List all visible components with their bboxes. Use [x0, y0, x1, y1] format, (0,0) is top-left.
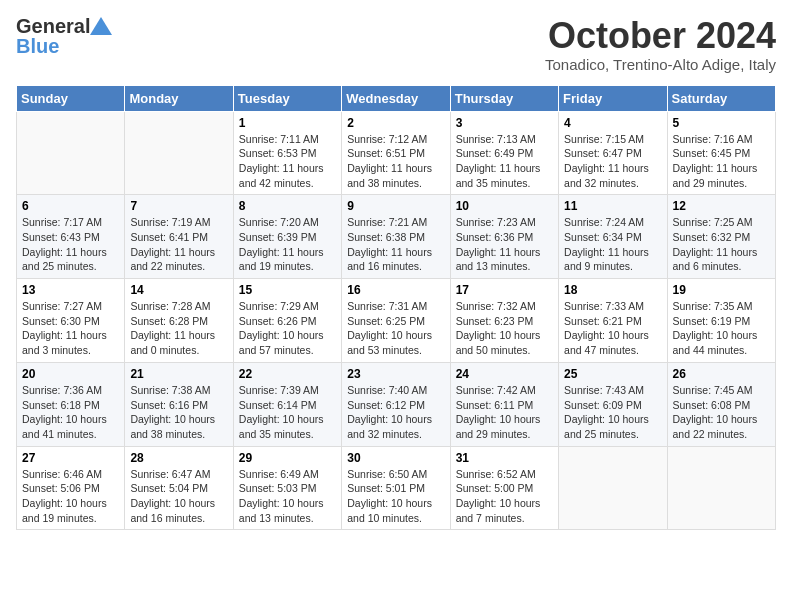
- calendar-week-row: 1Sunrise: 7:11 AM Sunset: 6:53 PM Daylig…: [17, 111, 776, 195]
- day-number: 11: [564, 199, 661, 213]
- day-info: Sunrise: 7:15 AM Sunset: 6:47 PM Dayligh…: [564, 132, 661, 191]
- calendar-cell: 3Sunrise: 7:13 AM Sunset: 6:49 PM Daylig…: [450, 111, 558, 195]
- day-header-monday: Monday: [125, 85, 233, 111]
- day-header-wednesday: Wednesday: [342, 85, 450, 111]
- day-info: Sunrise: 7:16 AM Sunset: 6:45 PM Dayligh…: [673, 132, 770, 191]
- day-number: 22: [239, 367, 336, 381]
- calendar-week-row: 20Sunrise: 7:36 AM Sunset: 6:18 PM Dayli…: [17, 362, 776, 446]
- day-number: 8: [239, 199, 336, 213]
- day-info: Sunrise: 7:20 AM Sunset: 6:39 PM Dayligh…: [239, 215, 336, 274]
- location-subtitle: Tonadico, Trentino-Alto Adige, Italy: [545, 56, 776, 73]
- calendar-header-row: SundayMondayTuesdayWednesdayThursdayFrid…: [17, 85, 776, 111]
- day-number: 17: [456, 283, 553, 297]
- day-info: Sunrise: 6:46 AM Sunset: 5:06 PM Dayligh…: [22, 467, 119, 526]
- day-info: Sunrise: 7:32 AM Sunset: 6:23 PM Dayligh…: [456, 299, 553, 358]
- day-info: Sunrise: 6:52 AM Sunset: 5:00 PM Dayligh…: [456, 467, 553, 526]
- day-number: 13: [22, 283, 119, 297]
- calendar-week-row: 27Sunrise: 6:46 AM Sunset: 5:06 PM Dayli…: [17, 446, 776, 530]
- day-info: Sunrise: 6:47 AM Sunset: 5:04 PM Dayligh…: [130, 467, 227, 526]
- calendar-cell: 7Sunrise: 7:19 AM Sunset: 6:41 PM Daylig…: [125, 195, 233, 279]
- calendar-cell: 2Sunrise: 7:12 AM Sunset: 6:51 PM Daylig…: [342, 111, 450, 195]
- calendar-cell: 26Sunrise: 7:45 AM Sunset: 6:08 PM Dayli…: [667, 362, 775, 446]
- day-number: 18: [564, 283, 661, 297]
- day-info: Sunrise: 6:49 AM Sunset: 5:03 PM Dayligh…: [239, 467, 336, 526]
- day-header-sunday: Sunday: [17, 85, 125, 111]
- day-number: 5: [673, 116, 770, 130]
- day-info: Sunrise: 7:11 AM Sunset: 6:53 PM Dayligh…: [239, 132, 336, 191]
- calendar-cell: 28Sunrise: 6:47 AM Sunset: 5:04 PM Dayli…: [125, 446, 233, 530]
- day-number: 9: [347, 199, 444, 213]
- day-info: Sunrise: 7:12 AM Sunset: 6:51 PM Dayligh…: [347, 132, 444, 191]
- calendar-cell: 15Sunrise: 7:29 AM Sunset: 6:26 PM Dayli…: [233, 279, 341, 363]
- day-number: 6: [22, 199, 119, 213]
- calendar-cell: 30Sunrise: 6:50 AM Sunset: 5:01 PM Dayli…: [342, 446, 450, 530]
- calendar-cell: 1Sunrise: 7:11 AM Sunset: 6:53 PM Daylig…: [233, 111, 341, 195]
- day-info: Sunrise: 7:21 AM Sunset: 6:38 PM Dayligh…: [347, 215, 444, 274]
- calendar-table: SundayMondayTuesdayWednesdayThursdayFrid…: [16, 85, 776, 531]
- calendar-cell: 20Sunrise: 7:36 AM Sunset: 6:18 PM Dayli…: [17, 362, 125, 446]
- day-info: Sunrise: 7:36 AM Sunset: 6:18 PM Dayligh…: [22, 383, 119, 442]
- day-info: Sunrise: 7:25 AM Sunset: 6:32 PM Dayligh…: [673, 215, 770, 274]
- calendar-cell: 11Sunrise: 7:24 AM Sunset: 6:34 PM Dayli…: [559, 195, 667, 279]
- calendar-week-row: 6Sunrise: 7:17 AM Sunset: 6:43 PM Daylig…: [17, 195, 776, 279]
- calendar-cell: 29Sunrise: 6:49 AM Sunset: 5:03 PM Dayli…: [233, 446, 341, 530]
- day-info: Sunrise: 7:43 AM Sunset: 6:09 PM Dayligh…: [564, 383, 661, 442]
- calendar-cell: 23Sunrise: 7:40 AM Sunset: 6:12 PM Dayli…: [342, 362, 450, 446]
- calendar-week-row: 13Sunrise: 7:27 AM Sunset: 6:30 PM Dayli…: [17, 279, 776, 363]
- calendar-cell: 17Sunrise: 7:32 AM Sunset: 6:23 PM Dayli…: [450, 279, 558, 363]
- day-info: Sunrise: 7:23 AM Sunset: 6:36 PM Dayligh…: [456, 215, 553, 274]
- svg-marker-0: [90, 17, 112, 35]
- day-info: Sunrise: 7:40 AM Sunset: 6:12 PM Dayligh…: [347, 383, 444, 442]
- day-info: Sunrise: 6:50 AM Sunset: 5:01 PM Dayligh…: [347, 467, 444, 526]
- day-number: 29: [239, 451, 336, 465]
- calendar-cell: 16Sunrise: 7:31 AM Sunset: 6:25 PM Dayli…: [342, 279, 450, 363]
- day-number: 20: [22, 367, 119, 381]
- day-number: 16: [347, 283, 444, 297]
- logo-general-text: General: [16, 16, 90, 36]
- logo-icon: [90, 17, 112, 35]
- day-info: Sunrise: 7:38 AM Sunset: 6:16 PM Dayligh…: [130, 383, 227, 442]
- day-info: Sunrise: 7:27 AM Sunset: 6:30 PM Dayligh…: [22, 299, 119, 358]
- calendar-cell: [667, 446, 775, 530]
- day-number: 2: [347, 116, 444, 130]
- calendar-cell: [125, 111, 233, 195]
- day-header-saturday: Saturday: [667, 85, 775, 111]
- day-info: Sunrise: 7:39 AM Sunset: 6:14 PM Dayligh…: [239, 383, 336, 442]
- day-header-friday: Friday: [559, 85, 667, 111]
- day-info: Sunrise: 7:29 AM Sunset: 6:26 PM Dayligh…: [239, 299, 336, 358]
- calendar-cell: 4Sunrise: 7:15 AM Sunset: 6:47 PM Daylig…: [559, 111, 667, 195]
- day-info: Sunrise: 7:24 AM Sunset: 6:34 PM Dayligh…: [564, 215, 661, 274]
- calendar-cell: [559, 446, 667, 530]
- calendar-cell: 12Sunrise: 7:25 AM Sunset: 6:32 PM Dayli…: [667, 195, 775, 279]
- logo: General Blue: [16, 16, 112, 56]
- calendar-cell: [17, 111, 125, 195]
- day-number: 27: [22, 451, 119, 465]
- day-number: 3: [456, 116, 553, 130]
- calendar-cell: 14Sunrise: 7:28 AM Sunset: 6:28 PM Dayli…: [125, 279, 233, 363]
- day-number: 31: [456, 451, 553, 465]
- calendar-cell: 13Sunrise: 7:27 AM Sunset: 6:30 PM Dayli…: [17, 279, 125, 363]
- day-info: Sunrise: 7:19 AM Sunset: 6:41 PM Dayligh…: [130, 215, 227, 274]
- calendar-cell: 5Sunrise: 7:16 AM Sunset: 6:45 PM Daylig…: [667, 111, 775, 195]
- calendar-cell: 6Sunrise: 7:17 AM Sunset: 6:43 PM Daylig…: [17, 195, 125, 279]
- day-number: 1: [239, 116, 336, 130]
- day-number: 30: [347, 451, 444, 465]
- day-info: Sunrise: 7:35 AM Sunset: 6:19 PM Dayligh…: [673, 299, 770, 358]
- day-number: 4: [564, 116, 661, 130]
- calendar-cell: 10Sunrise: 7:23 AM Sunset: 6:36 PM Dayli…: [450, 195, 558, 279]
- day-number: 25: [564, 367, 661, 381]
- calendar-cell: 9Sunrise: 7:21 AM Sunset: 6:38 PM Daylig…: [342, 195, 450, 279]
- day-info: Sunrise: 7:42 AM Sunset: 6:11 PM Dayligh…: [456, 383, 553, 442]
- day-info: Sunrise: 7:13 AM Sunset: 6:49 PM Dayligh…: [456, 132, 553, 191]
- day-number: 7: [130, 199, 227, 213]
- logo-blue-text: Blue: [16, 36, 59, 56]
- day-header-tuesday: Tuesday: [233, 85, 341, 111]
- day-info: Sunrise: 7:17 AM Sunset: 6:43 PM Dayligh…: [22, 215, 119, 274]
- calendar-cell: 27Sunrise: 6:46 AM Sunset: 5:06 PM Dayli…: [17, 446, 125, 530]
- day-info: Sunrise: 7:45 AM Sunset: 6:08 PM Dayligh…: [673, 383, 770, 442]
- month-title: October 2024: [545, 16, 776, 56]
- day-number: 28: [130, 451, 227, 465]
- page-header: General Blue October 2024 Tonadico, Tren…: [16, 16, 776, 73]
- calendar-cell: 22Sunrise: 7:39 AM Sunset: 6:14 PM Dayli…: [233, 362, 341, 446]
- day-number: 14: [130, 283, 227, 297]
